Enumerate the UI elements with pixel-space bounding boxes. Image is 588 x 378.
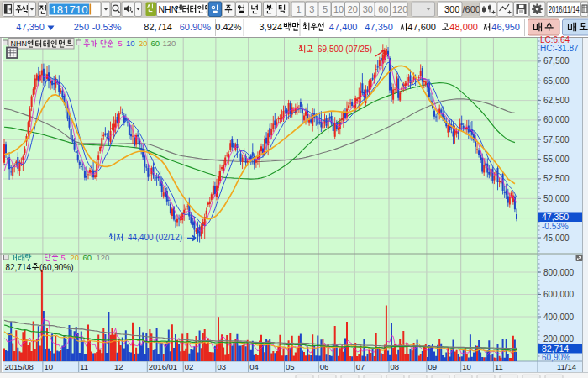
svg-text:181710: 181710: [51, 4, 88, 16]
svg-text:2016/11/14: 2016/11/14: [549, 4, 580, 14]
svg-text:60: 60: [151, 39, 160, 48]
svg-text:06: 06: [320, 362, 329, 371]
svg-text:5: 5: [323, 4, 328, 14]
svg-text:5: 5: [61, 253, 66, 262]
svg-text:47,350: 47,350: [365, 22, 393, 32]
svg-text:-0.53%: -0.53%: [92, 22, 122, 32]
svg-text:3: 3: [309, 4, 314, 14]
svg-text:03: 03: [217, 362, 226, 371]
svg-text:62,500: 62,500: [543, 96, 570, 105]
svg-text:250: 250: [74, 22, 89, 32]
svg-text:08: 08: [391, 362, 400, 371]
svg-text:05: 05: [286, 362, 295, 371]
svg-text:48,000: 48,000: [449, 22, 478, 32]
svg-text:11: 11: [495, 362, 503, 371]
svg-text:02: 02: [185, 362, 194, 371]
svg-text:47,400: 47,400: [329, 22, 358, 32]
svg-text:20: 20: [139, 39, 148, 48]
svg-text:04: 04: [249, 362, 259, 371]
svg-text:10: 10: [126, 39, 135, 48]
svg-text:12: 12: [114, 362, 123, 371]
svg-text:NHN: NHN: [159, 4, 178, 14]
svg-text:400,000: 400,000: [543, 312, 575, 322]
svg-text:120: 120: [163, 39, 176, 48]
svg-text:60: 60: [83, 253, 92, 262]
svg-text:44,400 (02/12): 44,400 (02/12): [128, 233, 182, 242]
svg-text:07: 07: [356, 362, 365, 371]
svg-text:1: 1: [297, 4, 302, 14]
svg-text:55,000: 55,000: [543, 155, 570, 164]
svg-text:30: 30: [363, 4, 373, 14]
svg-text:0.42%: 0.42%: [215, 22, 241, 32]
svg-text:52,500: 52,500: [543, 174, 570, 183]
svg-text:11/14: 11/14: [557, 362, 576, 371]
svg-text:82,714: 82,714: [6, 263, 32, 272]
svg-text:600,000: 600,000: [543, 290, 575, 299]
svg-text:60.90%: 60.90%: [180, 22, 212, 32]
svg-text:(60,90%): (60,90%): [39, 263, 74, 272]
svg-text:60,000: 60,000: [543, 115, 570, 124]
svg-text:10: 10: [333, 4, 344, 14]
svg-text:NHN: NHN: [11, 39, 28, 48]
svg-text:60: 60: [378, 4, 388, 14]
svg-text:46,950: 46,950: [491, 22, 520, 32]
svg-text:82,714: 82,714: [144, 22, 172, 32]
svg-text:800,000: 800,000: [543, 268, 575, 277]
svg-text:2016/01: 2016/01: [149, 362, 177, 371]
svg-text:HC:-31.87: HC:-31.87: [540, 44, 579, 53]
svg-text:120: 120: [392, 4, 407, 14]
svg-text:69,500 (07/25): 69,500 (07/25): [318, 45, 372, 54]
svg-text:65,000: 65,000: [543, 76, 570, 86]
svg-text:10: 10: [462, 362, 471, 371]
svg-text:11: 11: [80, 362, 88, 371]
svg-text:47,350: 47,350: [542, 212, 569, 222]
svg-text:45,000: 45,000: [543, 234, 570, 243]
svg-text:50,000: 50,000: [543, 194, 570, 203]
svg-text:60,90%: 60,90%: [542, 353, 570, 362]
svg-text:3,924: 3,924: [259, 22, 282, 32]
svg-text:300: 300: [444, 4, 459, 14]
svg-text:47,600: 47,600: [407, 22, 436, 32]
svg-text:120: 120: [97, 253, 110, 262]
svg-text:09: 09: [428, 362, 437, 371]
svg-text:200,000: 200,000: [543, 334, 575, 344]
svg-text:2015/08: 2015/08: [5, 362, 34, 371]
svg-text:-0.53%: -0.53%: [542, 222, 569, 231]
svg-text:20: 20: [71, 253, 80, 262]
svg-text:20: 20: [348, 4, 358, 14]
svg-text:10: 10: [44, 362, 53, 371]
svg-text:67,500: 67,500: [543, 56, 570, 66]
svg-text:/600: /600: [463, 4, 480, 14]
svg-text:5: 5: [118, 39, 123, 48]
svg-text:47,350: 47,350: [16, 22, 45, 32]
svg-text:57,500: 57,500: [543, 135, 570, 144]
